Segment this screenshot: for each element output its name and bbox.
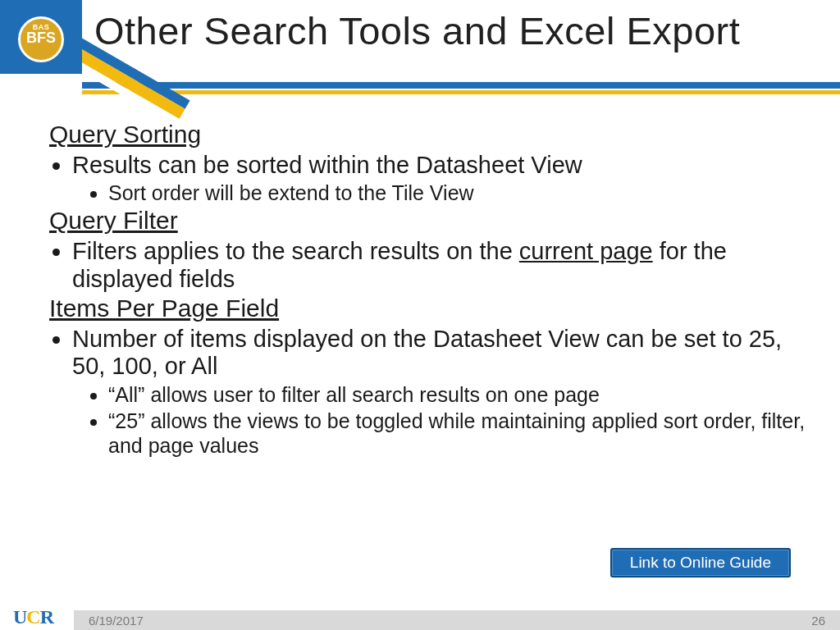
logo-letter-r: R — [40, 606, 53, 628]
footer-bar: 6/19/2017 26 — [74, 610, 840, 630]
section-heading-query-sorting: Query Sorting — [49, 121, 807, 148]
bullet-list: Filters applies to the search results on… — [72, 238, 807, 293]
bullet-list: Results can be sorted within the Datashe… — [72, 152, 807, 179]
slide-header: BAS BFS Other Search Tools and Excel Exp… — [0, 0, 840, 90]
title-underline — [82, 82, 840, 97]
logo-letter-u: U — [13, 606, 26, 628]
section-heading-query-filter: Query Filter — [49, 207, 807, 235]
logo-letter-c: C — [26, 606, 39, 628]
sub-bullet-list: Sort order will be extend to the Tile Vi… — [108, 180, 807, 205]
online-guide-button[interactable]: Link to Online Guide — [610, 548, 791, 578]
bullet-text: Results can be sorted within the Datashe… — [72, 152, 582, 178]
bullet-list: Number of items displayed on the Datashe… — [72, 326, 807, 381]
section-heading-items-per-page: Items Per Page Field — [49, 294, 807, 322]
sub-bullet-list: “All” allows user to filter all search r… — [108, 382, 807, 458]
list-item: Number of items displayed on the Datashe… — [72, 326, 807, 381]
bfs-badge: BAS BFS — [18, 16, 64, 62]
ucr-logo: UCR — [13, 606, 53, 628]
footer-date: 6/19/2017 — [89, 614, 144, 628]
list-item: “All” allows user to filter all search r… — [108, 382, 807, 407]
list-item: Results can be sorted within the Datashe… — [72, 152, 807, 179]
bullet-text-underlined: current page — [519, 238, 653, 264]
slide-title: Other Search Tools and Excel Export — [94, 8, 740, 53]
list-item: Filters applies to the search results on… — [72, 238, 807, 293]
slide-body: Query Sorting Results can be sorted with… — [49, 119, 807, 458]
list-item: “25” allows the views to be toggled whil… — [108, 409, 807, 458]
badge-big-text: BFS — [21, 30, 62, 47]
list-item: Sort order will be extend to the Tile Vi… — [108, 180, 807, 205]
bullet-text-pre: Filters applies to the search results on… — [72, 238, 519, 264]
slide-footer: UCR 6/19/2017 26 — [0, 607, 840, 630]
footer-page-number: 26 — [811, 614, 825, 628]
